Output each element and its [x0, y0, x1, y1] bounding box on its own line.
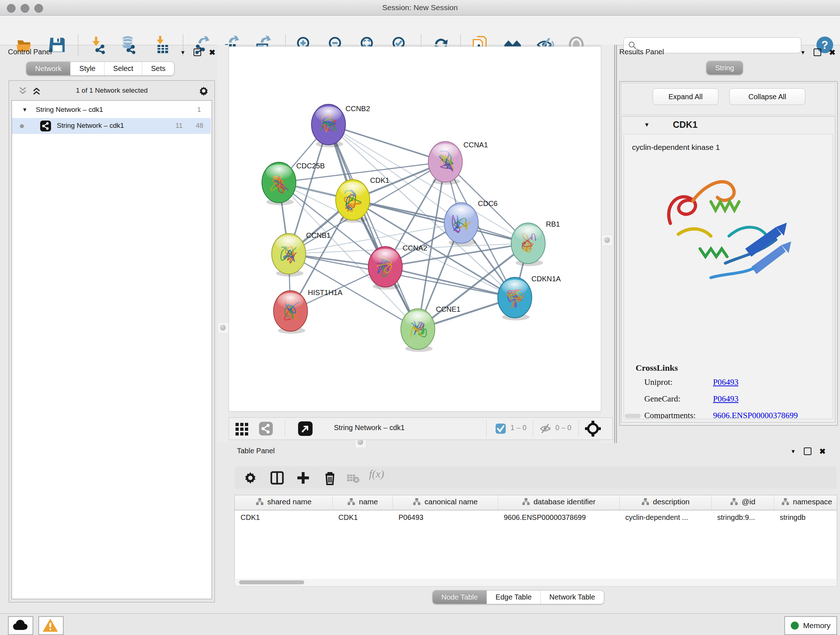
results-scrollbar-thumb[interactable] [625, 414, 641, 418]
network-graph[interactable]: CCNB2CCNA1CDC25BCDK1CDC6RB1CCNB1CCNA2CDK… [229, 47, 601, 411]
table-cell[interactable]: P06493 [393, 510, 498, 524]
tab-style[interactable]: Style [71, 62, 104, 75]
birds-eye-view-icon[interactable] [585, 421, 601, 437]
control-panel-window-controls: ▼ ✖ [180, 49, 215, 56]
node-label-CDC25B: CDC25B [296, 162, 325, 170]
splitter-handle[interactable] [218, 322, 229, 334]
tab-select[interactable]: Select [104, 62, 142, 75]
memory-label: Memory [803, 621, 831, 630]
hierarchy-icon [730, 498, 738, 506]
table-cell[interactable]: stringdb [774, 510, 837, 524]
table-horizontal-scrollbar[interactable] [234, 579, 837, 586]
collapse-all-button[interactable]: Collapse All [729, 88, 805, 105]
network-node-HIST1H1A[interactable] [273, 291, 308, 334]
hierarchy-icon [522, 498, 530, 506]
network-node-CCNA2[interactable] [368, 247, 402, 290]
node-label-HIST1H1A: HIST1H1A [308, 288, 343, 296]
delete-table-icon-disabled [346, 470, 360, 486]
close-panel-icon[interactable]: ✖ [819, 448, 826, 454]
hierarchy-icon [347, 498, 355, 506]
table-options-gear-icon[interactable] [242, 470, 258, 486]
network-node-CCNE1[interactable] [401, 309, 435, 352]
network-edge-CDK1-RB1[interactable] [353, 200, 528, 243]
table-cell[interactable]: 9606.ENSP00000378699 [498, 510, 620, 524]
close-panel-icon[interactable]: ✖ [829, 49, 836, 55]
window-title: Session: New Session [0, 3, 840, 12]
close-panel-icon[interactable]: ✖ [209, 49, 216, 55]
title-bar: Session: New Session [0, 0, 840, 16]
network-node-CCNB2[interactable] [311, 104, 346, 147]
network-node-CDKN1A[interactable] [498, 277, 532, 320]
table-cell[interactable]: CDK1 [235, 510, 333, 524]
protein-structure-image [657, 158, 801, 303]
cloud-status-button[interactable] [8, 616, 33, 635]
network-edge-CCNB2-CCNA1[interactable] [328, 125, 445, 162]
hierarchy-icon [256, 498, 264, 506]
network-node-CCNB1[interactable] [272, 233, 306, 277]
nodes-selected-checkbox-icon[interactable] [495, 423, 506, 434]
crosslink-value-link[interactable]: P06493 [713, 394, 738, 404]
dock-menu-icon[interactable]: ▼ [800, 49, 806, 55]
expand-all-button[interactable]: Expand All [653, 88, 718, 105]
network-node-CCNA1[interactable] [428, 141, 462, 185]
right-splitter-gutter [601, 45, 614, 443]
results-panel-window-controls: ▼ ✖ [800, 49, 835, 56]
left-splitter-gutter [217, 45, 229, 443]
network-collection-row[interactable]: ▼ String Network – cdk1 1 [12, 102, 211, 118]
footer-separator [285, 419, 285, 437]
tab-sets[interactable]: Sets [142, 62, 174, 75]
column-header-canonical-name[interactable]: canonical name [393, 495, 498, 510]
warning-icon [42, 618, 58, 632]
network-node-RB1[interactable] [511, 223, 545, 266]
network-edge-CCNB2-CCNE1[interactable] [328, 125, 418, 329]
node-table-grid: shared namenamecanonical namedatabase id… [235, 495, 837, 524]
column-header-name[interactable]: name [333, 495, 393, 510]
node-label-RB1: RB1 [546, 220, 560, 228]
function-builder-icon-disabled: f(x) [369, 468, 384, 480]
table-cell[interactable]: CDK1 [333, 510, 393, 524]
network-status-dot [20, 124, 24, 128]
grid-view-icon[interactable] [235, 421, 249, 436]
network-node-CDC25B[interactable] [262, 162, 296, 205]
entry-collapse-triangle-icon[interactable]: ▼ [644, 122, 650, 128]
column-header-description[interactable]: description [620, 495, 712, 510]
float-window-icon[interactable] [194, 49, 201, 56]
dock-menu-icon[interactable]: ▼ [180, 49, 186, 55]
column-header-shared-name[interactable]: shared name [235, 495, 333, 510]
float-window-icon[interactable] [804, 448, 812, 455]
column-header-namespace[interactable]: namespace [774, 495, 837, 510]
warning-status-button[interactable] [38, 616, 64, 635]
float-window-icon[interactable] [813, 49, 821, 56]
tab-edge-table[interactable]: Edge Table [487, 591, 541, 604]
cdk1-entry-header[interactable]: ▼ CDK1 [622, 117, 835, 133]
tree-expand-triangle-icon[interactable]: ▼ [22, 106, 27, 112]
splitter-handle[interactable] [602, 234, 613, 246]
column-header--id[interactable]: @id [712, 495, 774, 510]
tab-network[interactable]: Network [27, 62, 71, 75]
control-panel-tabs: NetworkStyleSelectSets [26, 62, 174, 76]
table-cell[interactable]: cyclin-dependent ... [620, 510, 712, 524]
crosslink-row: Uniprot:P06493 [644, 378, 829, 394]
memory-button[interactable]: Memory [784, 616, 837, 635]
string-view-icon[interactable] [259, 421, 273, 436]
node-label-CCNA1: CCNA1 [463, 141, 488, 149]
footer-separator [486, 419, 486, 437]
tab-node-table[interactable]: Node Table [433, 591, 487, 604]
table-scrollbar-thumb[interactable] [239, 580, 304, 584]
show-columns-icon[interactable] [269, 470, 285, 486]
delete-column-icon[interactable] [322, 470, 338, 486]
network-view-canvas[interactable]: CCNB2CCNA1CDC25BCDK1CDC6RB1CCNB1CCNA2CDK… [229, 46, 601, 412]
open-in-window-icon[interactable] [298, 421, 313, 436]
create-column-icon[interactable] [295, 470, 311, 486]
network-row-selected[interactable]: String Network – cdk1 11 48 [12, 118, 211, 134]
crosslink-value-link[interactable]: 9606.ENSP00000378699 [713, 411, 798, 419]
crosslink-value-link[interactable]: P06493 [713, 378, 738, 387]
dock-menu-icon[interactable]: ▼ [790, 448, 796, 454]
tab-string[interactable]: String [706, 61, 743, 74]
network-options-gear-icon[interactable] [198, 85, 210, 97]
tab-network-table[interactable]: Network Table [541, 591, 604, 604]
table-cell[interactable]: stringdb:9... [712, 510, 774, 524]
footer-separator [533, 419, 533, 437]
column-header-database-identifier[interactable]: database identifier [498, 495, 620, 510]
table-row: CDK1CDK1P064939606.ENSP00000378699cyclin… [235, 510, 837, 524]
